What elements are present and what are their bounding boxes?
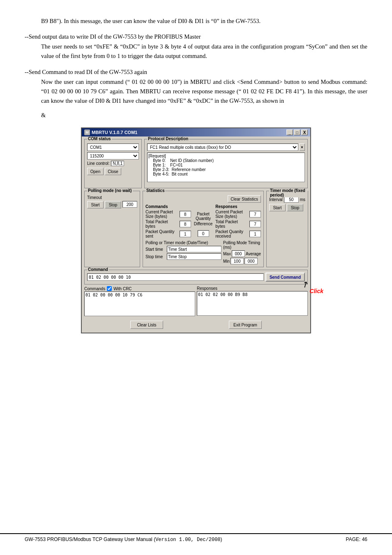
responses-area-label: Responses [197,286,308,291]
send-command-button[interactable]: Send Command [265,273,305,282]
polling-btn-row: Start Stop [87,201,137,208]
cmd-total-bytes-row: Total Packet bytes [145,220,191,229]
min-input[interactable] [231,258,244,264]
average-label: Average [246,252,261,256]
packet-qty-label: Packet Quantity [193,212,214,221]
close-button[interactable]: X [301,130,308,135]
command-input[interactable] [87,273,264,281]
cmd-qty-input[interactable] [180,231,191,237]
commands-col: Commands Current Packet Size (bytes) Tot… [145,204,191,239]
start-time-input[interactable] [167,246,221,252]
footer-page: PAGE: 46 [346,536,367,543]
protocol-select[interactable]: FC1 Read multiple coils status (0xxx) fo… [147,143,298,151]
line-control-label: Line control: [87,161,109,166]
stats-columns: Commands Current Packet Size (bytes) Tot… [145,204,261,239]
bottom-buttons: Clear Lists Exit Program [84,319,308,330]
polling-timeout-input[interactable] [122,201,137,208]
command-label: Command [87,267,109,272]
clear-lists-button[interactable]: Clear Lists [130,321,163,329]
resp-current-size-label: Current Packet Size (bytes) [215,210,249,219]
exit-program-button[interactable]: Exit Program [229,321,262,329]
max-input[interactable] [232,250,245,257]
commands-title: Commands [145,204,191,209]
section-1: B9 B8"). In this message, the user can k… [25,16,367,26]
protocol-panel: Protocol Description FC1 Read multiple c… [144,139,308,188]
resp-qty-label: Packet Quanity received [215,229,249,238]
commands-area-title: Commands [84,287,105,291]
stop-time-row: Stop time [145,253,221,260]
clear-statistics-button[interactable]: Clear Statistics [228,195,261,203]
com-status-label: COM status [87,136,112,141]
cmd-total-bytes-input[interactable] [180,221,191,227]
stop-time-input[interactable] [167,253,221,260]
stop-time-label: Stop time [145,254,166,259]
com-status-panel: COM status COM1 115200 Line control: N,8… [84,139,142,188]
resp-total-bytes-input[interactable] [249,221,261,227]
statistics-label: Statistics [145,188,165,193]
timer-stop-button[interactable]: Stop [287,204,303,211]
timeout-label: Timeout [87,195,102,200]
close-button-com[interactable]: Close [105,168,121,175]
line-control-row: Line control: N,8,1 [87,161,139,166]
middle-row: Polling mode (no wait) Timeout Start Sto… [84,191,308,267]
min-label: Min [223,259,230,264]
cmd-current-size-label: Current Packet Size (bytes) [145,210,179,219]
line-control-value: N,8,1 [111,161,124,166]
section-2-title: --Send output data to write DI of the GW… [25,33,367,40]
cmd-current-size-input[interactable] [180,211,191,217]
responses-textarea[interactable]: 01 02 02 00 00 B9 B8 [197,291,308,316]
cmd-total-bytes-label: Total Packet bytes [145,220,179,229]
timing-row-outer: Polling or Timer mode (Date/Time) Start … [145,240,261,265]
section-3-body: Now the user can input command (“ 01 02 … [41,77,367,106]
responses-area: Responses 01 02 02 00 00 B9 B8 ↗ Click [197,286,308,316]
footer-title: GW-7553 PROFIBUS/Modbus TCP Gateway User… [25,536,152,542]
resp-current-size-input[interactable] [249,211,261,217]
page-content: B9 B8"). In this message, the user can k… [25,16,367,333]
polling-start-button[interactable]: Start [87,201,104,208]
para-1: B9 B8"). In this message, the user can k… [41,16,367,26]
protocol-dropdown-row: FC1 Read multiple coils status (0xxx) fo… [147,143,305,151]
responses-area-title: Responses [197,286,217,291]
protocol-dropdown-arrow[interactable]: ▼ [299,143,305,151]
open-button[interactable]: Open [87,168,104,175]
maximize-button[interactable]: □ [294,130,300,135]
top-panels: COM status COM1 115200 Line control: N,8… [84,139,308,188]
difference-input[interactable] [198,230,209,237]
responses-col: Responses Current Packet Size (bytes) To… [215,204,261,239]
commands-textarea[interactable]: 01 02 00 00 00 10 79 C6 [84,291,195,316]
com-port-select[interactable]: COM1 [87,143,139,151]
timer-start-button[interactable]: Start [269,204,286,211]
timer-panel: Timer mode (fixed period) Interval ms St… [266,191,308,267]
resp-current-size-row: Current Packet Size (bytes) [215,210,261,219]
with-crc-label: With CRC [113,287,131,291]
protocol-description: [Request] Byte 0: Net ID (Station number… [147,153,305,182]
timer-btn-row: Start Stop [269,204,305,211]
window-title: MBRTU V.1.0.7 COM1 [92,130,137,135]
resp-total-bytes-label: Total Packet bytes [215,220,249,229]
titlebar-buttons[interactable]: _ □ X [286,130,308,135]
page-footer: GW-7553 PROFIBUS/Modbus TCP Gateway User… [0,533,392,543]
interval-label: Interval [269,197,283,202]
resp-total-bytes-row: Total Packet bytes [215,220,261,229]
footer-version: Version 1.00, Dec/2008 [155,537,220,543]
section-2-body: The user needs to set “0xFE” & “0xDC” in… [41,42,367,61]
average-input[interactable] [244,258,258,264]
resp-qty-row: Packet Quanity received [215,229,261,238]
polling-timer-label: Polling or Timer mode (Date/Time) [145,240,221,245]
timing-ms-section: Polling Mode Timing (ms) Max Average Min [223,240,261,265]
cmd-qty-label: Packet Quantity sent [145,229,179,238]
resp-qty-input[interactable] [249,231,261,237]
responses-title: Responses [215,204,261,209]
cmd-resp-area: Commands With CRC 01 02 00 00 00 10 79 C… [84,286,308,319]
timeout-row: Timeout [87,195,137,200]
cmd-resp-row: Commands With CRC 01 02 00 00 00 10 79 C… [84,286,308,316]
statistics-panel: Statistics Clear Statistics Commands Cur… [143,191,264,267]
cmd-current-size-row: Current Packet Size (bytes) [145,210,191,219]
baud-rate-select[interactable]: 115200 [87,152,139,160]
center-col: Packet Quantity Difference [193,204,214,239]
polling-stop-button[interactable]: Stop [105,201,121,208]
ms-label: ms [300,197,305,202]
with-crc-checkbox[interactable] [107,286,112,291]
minimize-button[interactable]: _ [286,130,293,135]
timing-date-section: Polling or Timer mode (Date/Time) Start … [145,240,221,265]
